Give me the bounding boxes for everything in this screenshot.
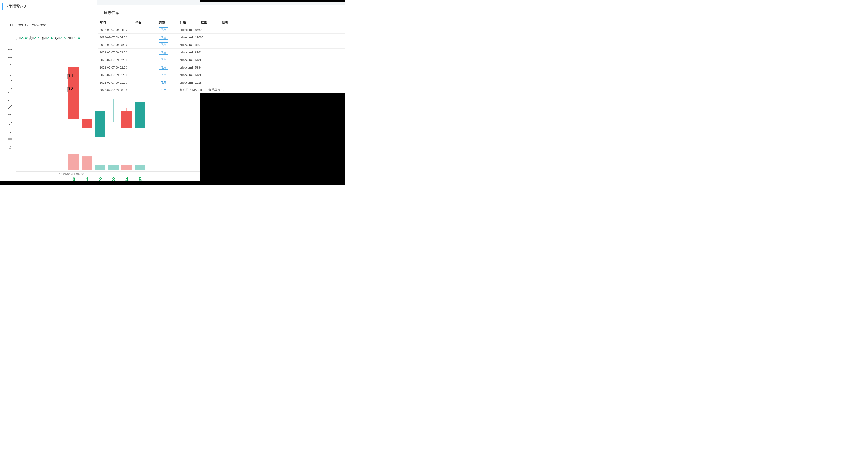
tool-vertical-top-icon[interactable] (7, 63, 13, 69)
log-platform (134, 41, 157, 49)
log-row: 2022-02-07 09:02:00信息pricecum2: NaN (98, 56, 345, 64)
log-time: 2022-02-07 09:04:00 (98, 34, 134, 41)
svg-line-28 (9, 130, 12, 133)
market-data-title: 行情数据 (2, 3, 27, 9)
col-type: 类型 (157, 19, 178, 26)
drawing-toolbar: 123 (7, 38, 14, 153)
bottom-black-bar (0, 181, 345, 185)
log-row: 2022-02-07 09:03:00信息pricecum2: 8761 (98, 41, 345, 49)
log-platform (134, 79, 157, 86)
info-tag[interactable]: 信息 (159, 27, 168, 32)
tool-segment-icon[interactable] (7, 54, 13, 61)
info-tag[interactable]: 信息 (159, 80, 168, 85)
log-table: 时间 平台 类型 价格 数量 信息 2022-02-07 09:04:00信息p… (98, 19, 345, 94)
volume-bar[interactable] (82, 156, 92, 170)
log-title: 日志信息 (98, 7, 345, 19)
log-platform (134, 86, 157, 94)
log-time: 2022-02-07 09:03:00 (98, 49, 134, 56)
tool-diag-up-icon[interactable] (7, 79, 13, 85)
close-label: 收= (55, 36, 60, 40)
tool-ray-icon[interactable] (7, 104, 13, 110)
volume-bar[interactable] (121, 165, 132, 170)
log-price: pricecum1: 11680 (178, 34, 345, 41)
log-type: 信息 (157, 49, 178, 56)
tool-diag-down-icon[interactable] (7, 95, 13, 102)
log-type: 信息 (157, 86, 178, 94)
log-time: 2022-02-07 09:01:00 (98, 79, 134, 86)
log-price: pricecum1: 5834 (178, 64, 345, 71)
svg-line-25 (8, 122, 11, 124)
x-axis-label: 2023-01-31 09:00 (59, 172, 84, 176)
vol-value: 2734 (73, 36, 80, 40)
svg-point-10 (10, 64, 10, 65)
col-info: 信息 (220, 19, 345, 26)
right-black-overlay (200, 92, 345, 185)
annotation-p2: p2 (67, 85, 73, 92)
high-label: 高= (29, 36, 34, 40)
tool-fib-icon[interactable] (7, 137, 13, 143)
log-platform (134, 34, 157, 41)
symbol-tab[interactable]: Futures_CTP:MA888 (5, 20, 58, 30)
volume-bar[interactable] (95, 165, 105, 170)
log-platform (134, 71, 157, 79)
info-tag[interactable]: 信息 (159, 42, 168, 47)
svg-line-18 (8, 97, 12, 100)
info-tag[interactable]: 信息 (159, 88, 168, 92)
log-row: 2022-02-07 09:02:00信息pricecum1: 5834 (98, 64, 345, 71)
volume-bar[interactable] (68, 154, 79, 170)
candle-body[interactable] (82, 119, 92, 128)
info-tag[interactable]: 信息 (159, 65, 168, 70)
tool-hline-dots-icon[interactable] (7, 46, 13, 53)
info-tag[interactable]: 信息 (159, 58, 168, 62)
high-value: 2752 (34, 36, 41, 40)
tool-trend-line-icon[interactable] (7, 87, 13, 94)
candle-body[interactable] (135, 102, 145, 128)
col-price: 价格 (178, 19, 199, 26)
low-label: 低= (42, 36, 47, 40)
log-price: pricecum1: 8761 (178, 49, 345, 56)
log-time: 2022-02-07 09:04:00 (98, 26, 134, 34)
svg-point-12 (10, 75, 10, 76)
tool-cross-icon[interactable] (7, 38, 13, 44)
candle-body[interactable] (95, 111, 105, 137)
open-value: 2748 (21, 36, 28, 40)
info-tag[interactable]: 信息 (159, 72, 168, 77)
log-type: 信息 (157, 41, 178, 49)
svg-line-13 (8, 81, 12, 84)
log-row: 2022-02-07 09:04:00信息pricecum2: 8762 (98, 26, 345, 34)
log-platform (134, 64, 157, 71)
svg-point-4 (8, 49, 9, 50)
log-time: 2022-02-07 09:03:00 (98, 41, 134, 49)
header-black-bar (200, 0, 345, 2)
tool-measure-icon[interactable]: 123 (7, 112, 13, 118)
svg-line-27 (8, 130, 11, 133)
info-tag[interactable]: 信息 (159, 50, 168, 55)
log-row: 2022-02-07 09:04:00信息pricecum1: 11680 (98, 34, 345, 41)
log-type: 信息 (157, 71, 178, 79)
svg-point-19 (8, 100, 9, 101)
svg-point-14 (11, 80, 12, 81)
volume-bar[interactable] (108, 165, 119, 170)
candle-body[interactable] (121, 111, 132, 128)
log-row: 2022-02-07 09:01:00信息pricecum1: 2918 (98, 79, 345, 86)
log-type: 信息 (157, 56, 178, 64)
log-type: 信息 (157, 79, 178, 86)
tool-parallel-down-icon[interactable] (7, 128, 13, 135)
log-time: 2022-02-07 09:00:00 (98, 86, 134, 94)
volume-bar[interactable] (135, 165, 145, 170)
log-price: pricecum2: NaN (178, 71, 345, 79)
log-price: pricecum2: 8761 (178, 41, 345, 49)
tool-vertical-bottom-icon[interactable] (7, 71, 13, 77)
svg-point-5 (11, 49, 12, 50)
log-row: 2022-02-07 09:01:00信息pricecum2: NaN (98, 71, 345, 79)
log-time: 2022-02-07 09:01:00 (98, 71, 134, 79)
log-type: 信息 (157, 64, 178, 71)
log-header-row: 时间 平台 类型 价格 数量 信息 (98, 19, 345, 26)
tool-parallel-up-icon[interactable] (7, 120, 13, 126)
log-platform (134, 49, 157, 56)
left-panel: 行情数据 Futures_CTP:MA888 123 开=2748 高=2752 (0, 0, 94, 185)
log-time: 2022-02-07 09:02:00 (98, 64, 134, 71)
log-time: 2022-02-07 09:02:00 (98, 56, 134, 64)
tool-delete-icon[interactable] (7, 145, 13, 151)
info-tag[interactable]: 信息 (159, 35, 168, 39)
